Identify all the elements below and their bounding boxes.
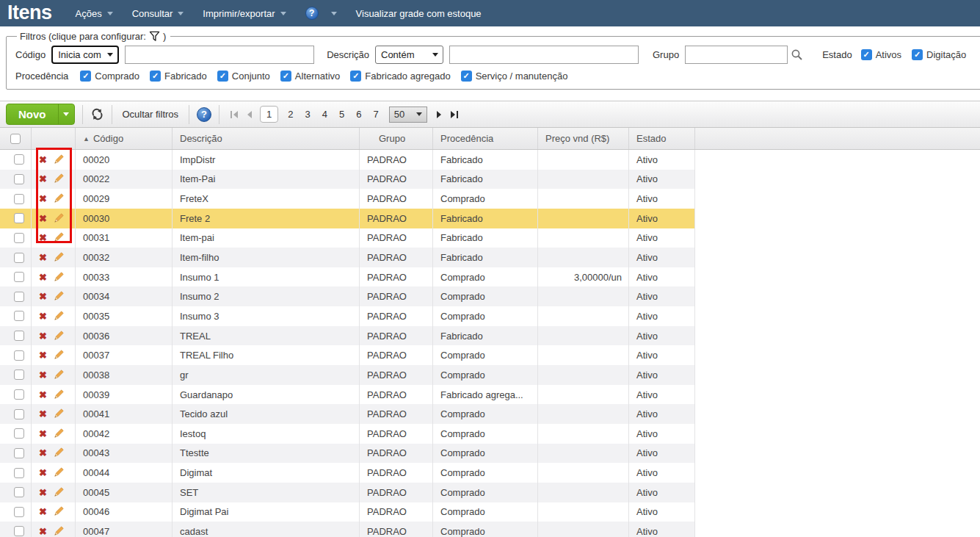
row-checkbox[interactable] [14,409,24,419]
table-row[interactable]: ✖00047cadastPADRAOCompradoAtivo [0,522,980,537]
table-row[interactable]: ✖00030Frete 2PADRAOFabricadoAtivo [0,209,980,228]
page-size-select[interactable]: 50 [389,107,427,123]
table-row[interactable]: ✖00045SETPADRAOCompradoAtivo [0,483,980,502]
procedencia-comprado-checkbox[interactable]: ✓ [80,71,91,82]
edit-button[interactable] [52,192,65,205]
procedencia-servi-o-manuten-o-checkbox[interactable]: ✓ [461,71,472,82]
table-row[interactable]: ✖00037TREAL FilhoPADRAOCompradoAtivo [0,345,980,365]
row-checkbox[interactable] [14,194,24,204]
delete-icon[interactable]: ✖ [39,527,47,536]
row-checkbox[interactable] [14,350,24,361]
edit-button[interactable] [52,389,65,401]
row-checkbox[interactable] [14,389,24,400]
column-header-descricao[interactable]: Descrição [173,128,360,149]
page-number-5[interactable]: 5 [337,107,346,121]
page-number-7[interactable]: 7 [371,107,380,121]
delete-icon[interactable]: ✖ [39,390,47,400]
table-row[interactable]: ✖00029FreteXPADRAOCompradoAtivo [0,189,980,209]
row-checkbox[interactable] [14,154,24,165]
table-row[interactable]: ✖00038grPADRAOCompradoAtivo [0,365,980,385]
delete-icon[interactable]: ✖ [39,311,47,321]
edit-button[interactable] [52,212,65,225]
menu-acoes[interactable]: Ações [76,8,113,19]
table-row[interactable]: ✖00039GuardanapoPADRAOFabricado agrega..… [0,385,980,405]
select-all-checkbox[interactable] [10,134,21,144]
page-number-3[interactable]: 3 [303,107,313,121]
edit-button[interactable] [52,349,65,361]
edit-button[interactable] [52,447,65,459]
edit-button[interactable] [52,290,65,303]
grupo-search-button[interactable] [791,48,803,61]
filter-funnel-icon[interactable] [149,31,160,42]
delete-icon[interactable]: ✖ [39,174,47,184]
table-row[interactable]: ✖00022Item-PaiPADRAOFabricadoAtivo [0,170,980,190]
table-row[interactable]: ✖00031Item-paiPADRAOFabricadoAtivo [0,228,980,248]
delete-icon[interactable]: ✖ [39,409,47,419]
edit-button[interactable] [52,428,65,440]
edit-button[interactable] [52,408,65,420]
menu-consultar[interactable]: Consultar [132,8,184,19]
page-number-6[interactable]: 6 [354,107,363,121]
delete-icon[interactable]: ✖ [39,370,47,380]
descricao-input[interactable] [449,46,639,64]
filters-legend[interactable]: Filtros (clique para configurar: ) [17,31,170,42]
help-icon[interactable]: ? [305,7,319,20]
table-row[interactable]: ✖00044DigimatPADRAOCompradoAtivo [0,463,980,483]
edit-button[interactable] [52,330,65,342]
edit-button[interactable] [52,271,65,284]
descricao-operator-select[interactable]: Contém [375,46,443,64]
edit-button[interactable] [52,369,65,381]
table-row[interactable]: ✖00032Item-filhoPADRAOFabricadoAtivo [0,248,980,267]
column-header-codigo[interactable]: ▲ Código [76,128,173,149]
table-row[interactable]: ✖00043TtesttePADRAOCompradoAtivo [0,444,980,464]
last-page-button[interactable] [449,110,459,119]
column-header-estado[interactable]: Estado [629,128,695,149]
delete-icon[interactable]: ✖ [39,233,47,242]
delete-icon[interactable]: ✖ [39,155,47,165]
row-checkbox[interactable] [14,331,24,341]
edit-button[interactable] [52,310,65,322]
row-checkbox[interactable] [14,272,24,282]
row-checkbox[interactable] [14,292,24,302]
menu-visualizar-grade[interactable]: Visualizar grade com estoque [356,8,482,19]
edit-button[interactable] [52,173,65,185]
delete-icon[interactable]: ✖ [39,488,47,497]
table-row[interactable]: ✖00036TREALPADRAOFabricadoAtivo [0,326,980,346]
refresh-button[interactable] [90,107,104,121]
new-button-dropdown[interactable] [58,104,74,124]
page-number-4[interactable]: 4 [320,107,330,121]
edit-button[interactable] [52,505,65,518]
table-row[interactable]: ✖00034Insumo 2PADRAOCompradoAtivo [0,286,980,306]
delete-icon[interactable]: ✖ [39,292,47,301]
edit-button[interactable] [52,486,65,499]
row-checkbox[interactable] [14,487,24,497]
delete-icon[interactable]: ✖ [39,350,47,360]
table-row[interactable]: ✖00046Digimat PaiPADRAOCompradoAtivo [0,502,980,522]
column-header-preco[interactable]: Preço vnd (R$) [538,128,629,149]
menu-imprimir-exportar[interactable]: Imprimir/exportar [203,8,286,19]
delete-icon[interactable]: ✖ [39,507,47,516]
delete-icon[interactable]: ✖ [39,331,47,341]
column-header-grupo[interactable]: Grupo [360,128,433,149]
procedencia-fabricado-agregado-checkbox[interactable]: ✓ [350,71,361,82]
procedencia-alternativo-checkbox[interactable]: ✓ [280,71,291,82]
row-checkbox[interactable] [14,507,24,517]
delete-icon[interactable]: ✖ [39,253,47,262]
delete-icon[interactable]: ✖ [39,214,47,223]
edit-button[interactable] [52,154,65,166]
estado-ativos-checkbox[interactable]: ✓ [861,49,872,60]
prev-page-button[interactable] [246,110,253,119]
codigo-input[interactable] [125,46,314,64]
column-header-procedencia[interactable]: Procedência [433,128,538,149]
row-checkbox[interactable] [14,526,24,536]
row-checkbox[interactable] [14,370,24,380]
edit-button[interactable] [52,525,65,537]
edit-button[interactable] [52,251,65,264]
new-button[interactable]: Novo [6,104,75,125]
row-checkbox[interactable] [14,213,24,223]
row-checkbox[interactable] [14,174,24,184]
row-checkbox[interactable] [14,233,24,243]
next-page-button[interactable] [435,110,443,119]
row-checkbox[interactable] [14,311,24,321]
procedencia-conjunto-checkbox[interactable]: ✓ [217,71,228,82]
